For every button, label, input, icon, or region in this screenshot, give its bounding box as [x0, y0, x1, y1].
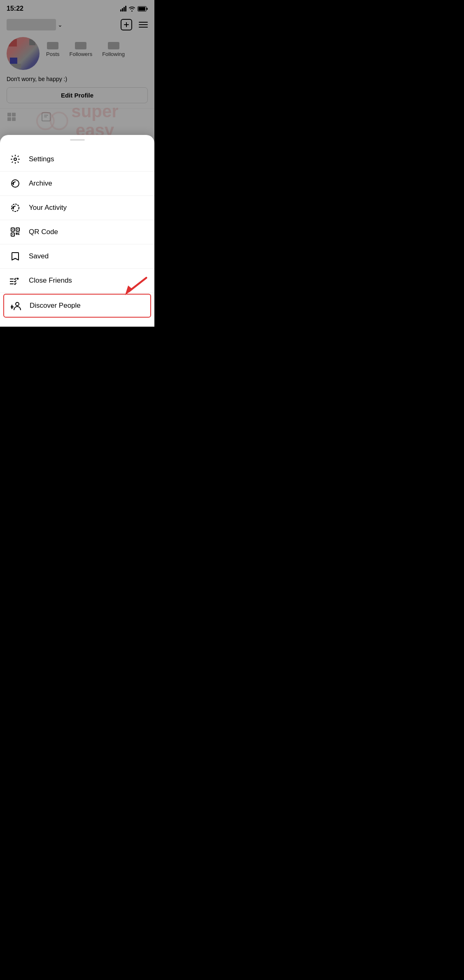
nav-icons	[121, 19, 148, 30]
svg-rect-2	[147, 8, 148, 10]
hamburger-menu-icon[interactable]	[139, 22, 148, 28]
activity-icon	[10, 202, 21, 213]
posts-stat: Posts	[46, 42, 60, 57]
svg-rect-17	[17, 229, 18, 230]
stats-row: Posts Followers Following	[46, 42, 125, 57]
menu-item-activity[interactable]: Your Activity	[0, 196, 154, 220]
followers-label: Followers	[70, 51, 93, 57]
saved-label: Saved	[29, 252, 49, 260]
svg-rect-5	[7, 113, 11, 116]
svg-rect-16	[12, 229, 13, 230]
bottom-sheet: Settings Archive Your Activity	[0, 135, 154, 327]
close-friends-label: Close Friends	[29, 276, 72, 285]
red-arrow	[117, 273, 148, 298]
menu-item-saved[interactable]: Saved	[0, 244, 154, 269]
status-icons	[120, 6, 148, 12]
svg-rect-8	[12, 117, 16, 121]
plus-icon	[124, 22, 129, 28]
avatar	[7, 37, 40, 70]
qr-icon	[10, 227, 21, 237]
svg-rect-18	[12, 234, 13, 235]
signal-icon	[120, 6, 126, 12]
tagged-icon	[41, 112, 51, 122]
menu-item-settings[interactable]: Settings	[0, 147, 154, 172]
username-area: ⌄	[7, 19, 63, 30]
svg-rect-1	[138, 7, 145, 11]
bio-text: Don't worry, be happy :)	[0, 73, 154, 87]
svg-point-10	[14, 158, 16, 160]
discover-people-label: Discover People	[30, 302, 81, 310]
edit-profile-button[interactable]: Edit Profile	[7, 87, 148, 103]
username-blurred	[7, 19, 56, 30]
followers-stat[interactable]: Followers	[70, 42, 93, 57]
bookmark-icon	[10, 251, 21, 262]
chevron-down-icon[interactable]: ⌄	[58, 21, 63, 28]
activity-label: Your Activity	[29, 204, 67, 212]
close-friends-icon	[10, 275, 21, 286]
archive-icon	[10, 178, 21, 189]
svg-rect-6	[12, 113, 16, 116]
menu-item-qrcode[interactable]: QR Code	[0, 220, 154, 244]
menu-item-archive[interactable]: Archive	[0, 172, 154, 196]
content-tabs	[0, 108, 154, 125]
svg-point-22	[16, 302, 19, 306]
posts-label: Posts	[46, 51, 60, 57]
following-stat[interactable]: Following	[102, 42, 125, 57]
qrcode-label: QR Code	[29, 228, 58, 236]
settings-label: Settings	[29, 155, 54, 163]
add-person-icon	[11, 300, 21, 311]
sheet-handle	[70, 139, 85, 141]
gear-icon	[10, 154, 21, 165]
grid-icon	[7, 112, 16, 122]
profile-area: Posts Followers Following	[0, 34, 154, 73]
following-label: Following	[102, 51, 125, 57]
battery-icon	[138, 6, 148, 12]
status-bar: 15:22	[0, 0, 154, 16]
wifi-icon	[128, 6, 135, 12]
top-nav: ⌄	[0, 16, 154, 34]
status-time: 15:22	[7, 5, 23, 12]
svg-rect-7	[7, 117, 11, 121]
archive-label: Archive	[29, 179, 52, 188]
new-post-icon[interactable]	[121, 19, 132, 30]
